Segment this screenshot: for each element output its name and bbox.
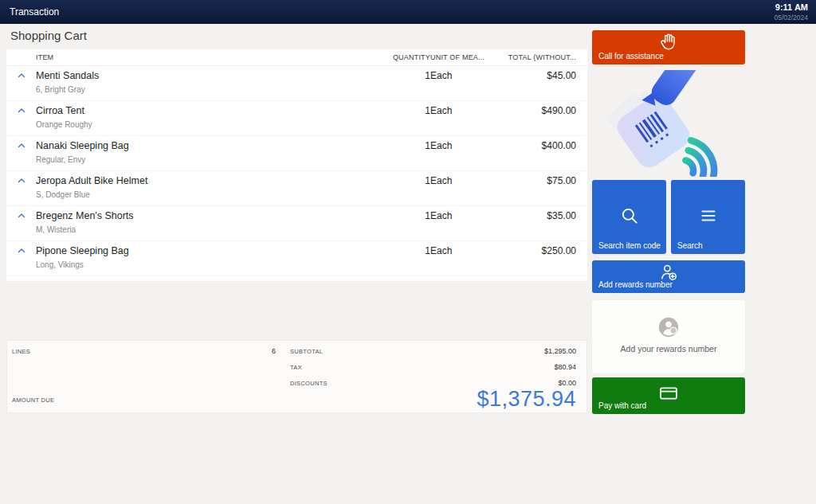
- search-item-code-button[interactable]: Search item code: [592, 180, 666, 254]
- item-quantity: 1: [359, 175, 430, 186]
- item-unit: Each: [430, 175, 500, 186]
- item-total: $75.00: [500, 175, 576, 186]
- clock-date: 05/02/2024: [774, 14, 808, 21]
- chevron-up-icon[interactable]: [6, 141, 36, 150]
- amount-due-label: AMOUNT DUE: [12, 397, 54, 404]
- chevron-up-icon[interactable]: [6, 71, 36, 80]
- search-label: Search: [677, 241, 703, 250]
- item-name: Menti Sandals: [36, 70, 359, 81]
- chevron-up-icon[interactable]: [6, 211, 36, 221]
- totals-panel: LINES 6 SUBTOTAL TAX DISCOUNTS $1,295.00…: [6, 340, 587, 413]
- item-quantity: 1: [359, 70, 430, 81]
- item-total: $250.00: [500, 245, 576, 256]
- item-name: Pipone Sleeping Bag: [36, 245, 359, 256]
- pay-with-card-button[interactable]: Pay with card: [592, 377, 745, 414]
- tax-value: $80.94: [554, 363, 576, 371]
- add-rewards-number-button[interactable]: Add rewards number: [592, 260, 745, 293]
- item-variant: Regular, Envy: [36, 155, 359, 164]
- item-total: $35.00: [500, 210, 576, 221]
- item-quantity: 1: [359, 105, 430, 116]
- cart-row[interactable]: Nanaki Sleeping Bag Regular, Envy 1 Each…: [6, 136, 587, 171]
- item-unit: Each: [430, 140, 500, 151]
- column-quantity: QUANTITY: [359, 53, 430, 61]
- item-quantity: 1: [359, 245, 430, 256]
- search-button[interactable]: Search: [671, 180, 745, 254]
- call-for-assistance-label: Call for assistance: [598, 52, 664, 61]
- discounts-label: DISCOUNTS: [290, 380, 328, 387]
- cart-row[interactable]: Menti Sandals 6, Bright Gray 1 Each $45.…: [6, 66, 587, 101]
- item-unit: Each: [430, 70, 500, 81]
- page-title: Shopping Cart: [10, 29, 87, 42]
- column-total: TOTAL (WITHOUT...: [500, 53, 576, 61]
- chevron-up-icon[interactable]: [6, 246, 36, 256]
- search-item-code-label: Search item code: [598, 241, 661, 250]
- item-quantity: 1: [359, 140, 430, 151]
- app-top-bar: Transaction 9:11 AM 05/02/2024: [0, 0, 816, 24]
- subtotal-value: $1,295.00: [544, 347, 576, 355]
- item-unit: Each: [430, 210, 500, 221]
- rewards-placeholder-card: Add your rewards number: [592, 300, 745, 373]
- amount-due-value: $1,375.94: [477, 387, 576, 412]
- item-name: Bregenz Men's Shorts: [36, 210, 359, 221]
- view-title: Transaction: [10, 6, 59, 18]
- column-item: ITEM: [36, 53, 359, 61]
- item-unit: Each: [430, 105, 500, 116]
- discounts-value: $0.00: [558, 379, 576, 387]
- item-variant: 6, Bright Gray: [36, 85, 359, 94]
- chevron-up-icon[interactable]: [6, 176, 36, 186]
- cart-row[interactable]: Jeropa Adult Bike Helmet S, Dodger Blue …: [6, 171, 587, 206]
- cart-row[interactable]: Cirroa Tent Orange Roughy 1 Each $490.00: [6, 101, 587, 136]
- item-name: Jeropa Adult Bike Helmet: [36, 175, 359, 186]
- item-variant: S, Dodger Blue: [36, 190, 359, 199]
- item-total: $400.00: [500, 140, 576, 151]
- column-unit: UNIT OF MEA...: [430, 53, 500, 61]
- person-badge-icon: [657, 316, 680, 342]
- item-unit: Each: [430, 245, 500, 256]
- call-for-assistance-button[interactable]: Call for assistance: [592, 30, 745, 64]
- cart-row[interactable]: Pipone Sleeping Bag Long, Vikings 1 Each…: [6, 241, 587, 276]
- lines-value: 6: [241, 347, 276, 355]
- search-icon: [619, 205, 640, 229]
- lines-label: LINES: [12, 348, 30, 355]
- item-total: $45.00: [500, 70, 576, 81]
- subtotal-label: SUBTOTAL: [290, 348, 323, 355]
- clock-time: 9:11 AM: [774, 2, 808, 13]
- item-variant: Long, Vikings: [36, 260, 359, 269]
- item-name: Nanaki Sleeping Bag: [36, 140, 359, 151]
- item-total: $490.00: [500, 105, 576, 116]
- scan-item-illustration: [594, 70, 745, 177]
- item-name: Cirroa Tent: [36, 105, 359, 116]
- rewards-placeholder-text: Add your rewards number: [592, 344, 745, 354]
- cart-row[interactable]: Bregenz Men's Shorts M, Wisteria 1 Each …: [6, 206, 587, 241]
- cart-rows: Menti Sandals 6, Bright Gray 1 Each $45.…: [6, 66, 587, 276]
- list-icon: [698, 205, 719, 229]
- tax-label: TAX: [290, 364, 302, 371]
- chevron-up-icon[interactable]: [6, 106, 36, 115]
- pay-with-card-label: Pay with card: [598, 401, 646, 410]
- item-variant: Orange Roughy: [36, 120, 359, 129]
- item-quantity: 1: [359, 210, 430, 221]
- item-variant: M, Wisteria: [36, 225, 359, 234]
- cart-header-row: ITEM QUANTITY UNIT OF MEA... TOTAL (WITH…: [6, 49, 587, 66]
- credit-card-icon: [658, 383, 679, 406]
- add-rewards-number-label: Add rewards number: [598, 280, 673, 289]
- clock: 9:11 AM 05/02/2024: [774, 2, 808, 21]
- shopping-cart-list: ITEM QUANTITY UNIT OF MEA... TOTAL (WITH…: [6, 49, 587, 281]
